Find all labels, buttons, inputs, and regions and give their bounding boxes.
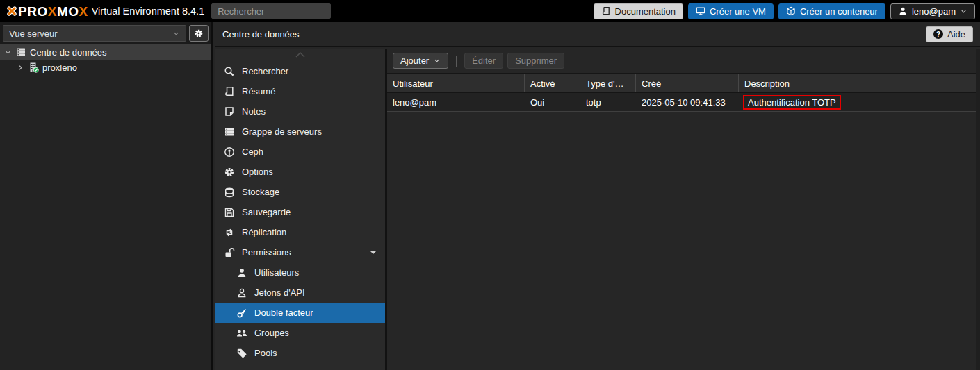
main-panel: Centre de données Aide Rechercher bbox=[215, 22, 980, 370]
menu-item-stockage[interactable]: Stockage bbox=[215, 182, 385, 202]
toolbar-separator bbox=[456, 56, 457, 67]
tree-settings-button[interactable] bbox=[189, 25, 209, 42]
menu-item-label: Sauvegarde bbox=[242, 207, 291, 217]
wordmark-part: X bbox=[48, 4, 57, 19]
datacenter-menu: Rechercher Résumé Notes bbox=[215, 49, 387, 370]
tree-item-datacenter[interactable]: Centre de données bbox=[0, 44, 211, 60]
tree-item-label: proxleno bbox=[42, 62, 77, 73]
create-container-button[interactable]: Créer un conteneur bbox=[778, 3, 885, 19]
cell-active: Oui bbox=[525, 93, 580, 111]
delete-label: Supprimer bbox=[515, 56, 557, 66]
menu-item-label: Résumé bbox=[242, 86, 275, 96]
add-button[interactable]: Ajouter bbox=[393, 53, 448, 69]
wordmark-part: PRO bbox=[18, 4, 48, 19]
column-header-description[interactable]: Description bbox=[739, 74, 976, 92]
book-icon bbox=[601, 6, 611, 16]
replication-arrows-icon bbox=[224, 227, 235, 238]
menu-item-options[interactable]: Options bbox=[215, 162, 385, 182]
menu-item-rechercher[interactable]: Rechercher bbox=[215, 61, 385, 81]
page-title: Centre de données bbox=[222, 29, 300, 40]
search-icon bbox=[224, 66, 235, 77]
expander-down-icon[interactable] bbox=[4, 49, 12, 56]
workspace: Rechercher Résumé Notes bbox=[215, 49, 980, 370]
view-selector-value: Vue serveur bbox=[9, 28, 172, 39]
proxmox-logo: PROXMOX bbox=[7, 5, 88, 18]
column-header-type[interactable]: Type d'… bbox=[580, 74, 636, 92]
gear-icon bbox=[194, 28, 204, 38]
cell-utilisateur: leno@pam bbox=[387, 93, 525, 111]
menu-item-label: Jetons d'API bbox=[254, 287, 305, 298]
menu-item-label: Notes bbox=[242, 106, 266, 117]
user-outline-icon bbox=[236, 287, 247, 298]
tag-icon bbox=[236, 348, 247, 359]
menu-item-double-facteur[interactable]: Double facteur bbox=[215, 303, 385, 323]
column-header-cree[interactable]: Créé bbox=[636, 74, 739, 92]
user-icon bbox=[236, 267, 247, 278]
key-icon bbox=[236, 308, 247, 319]
menu-item-grappe-de-serveurs[interactable]: Grappe de serveurs bbox=[215, 121, 385, 142]
user-icon bbox=[898, 6, 908, 16]
grid-empty-area bbox=[387, 112, 976, 370]
column-label: Créé bbox=[642, 78, 661, 89]
menu-scroll-up[interactable] bbox=[215, 49, 385, 61]
user-label: leno@pam bbox=[912, 6, 956, 17]
collapse-caret-icon[interactable] bbox=[370, 251, 377, 254]
wordmark-part: X bbox=[79, 4, 88, 19]
documentation-label: Documentation bbox=[615, 6, 676, 17]
view-selector[interactable]: Vue serveur bbox=[3, 25, 186, 42]
menu-item-resume[interactable]: Résumé bbox=[215, 81, 385, 101]
menu-item-utilisateurs[interactable]: Utilisateurs bbox=[215, 262, 385, 283]
add-label: Ajouter bbox=[400, 56, 429, 66]
edit-button[interactable]: Éditer bbox=[464, 53, 503, 69]
help-button[interactable]: Aide bbox=[926, 26, 973, 42]
cube-icon bbox=[786, 6, 796, 16]
column-header-utilisateur[interactable]: Utilisateur bbox=[387, 74, 525, 92]
column-label: Activé bbox=[530, 78, 555, 89]
chevron-up-icon bbox=[295, 51, 306, 58]
user-menu-button[interactable]: leno@pam bbox=[890, 3, 975, 19]
menu-item-label: Permissions bbox=[242, 247, 291, 258]
menu-item-groupes[interactable]: Groupes bbox=[215, 323, 385, 343]
tree-item-node-proxleno[interactable]: proxleno bbox=[0, 60, 211, 75]
menu-item-label: Rechercher bbox=[242, 66, 288, 76]
column-label: Description bbox=[744, 78, 790, 89]
create-vm-label: Créer une VM bbox=[710, 6, 766, 17]
menu-item-label: Réplication bbox=[242, 227, 286, 237]
menu-item-pools[interactable]: Pools bbox=[215, 343, 385, 363]
menu-item-ceph[interactable]: Ceph bbox=[215, 142, 385, 162]
backup-floppy-icon bbox=[224, 207, 235, 218]
create-container-label: Créer un conteneur bbox=[800, 6, 878, 17]
menu-item-label: Stockage bbox=[242, 187, 279, 197]
delete-button[interactable]: Supprimer bbox=[507, 53, 564, 69]
menu-item-jetons-api[interactable]: Jetons d'API bbox=[215, 283, 385, 303]
cell-type: totp bbox=[580, 93, 636, 111]
menu-item-label: Groupes bbox=[254, 328, 289, 338]
chevron-down-icon bbox=[960, 8, 967, 15]
menu-item-label: Double facteur bbox=[254, 308, 313, 318]
chevron-down-icon bbox=[172, 30, 180, 37]
menu-item-permissions[interactable]: Permissions bbox=[215, 242, 385, 262]
note-icon bbox=[224, 106, 235, 117]
column-label: Utilisateur bbox=[393, 78, 433, 89]
book-icon bbox=[224, 86, 235, 97]
unlock-icon bbox=[224, 247, 235, 258]
table-row[interactable]: leno@pam Oui totp 2025-05-10 09:41:33 Au… bbox=[387, 93, 976, 112]
proxmox-wordmark: PROXMOX bbox=[18, 5, 88, 18]
create-vm-button[interactable]: Créer une VM bbox=[688, 3, 774, 19]
documentation-button[interactable]: Documentation bbox=[594, 3, 683, 19]
global-search-input[interactable] bbox=[211, 3, 331, 19]
resource-tree: Centre de données proxleno bbox=[0, 44, 211, 75]
server-stack-icon bbox=[224, 126, 235, 137]
table-header-row: Utilisateur Activé Type d'… Créé Descrip… bbox=[387, 74, 976, 93]
menu-item-label: Pools bbox=[254, 348, 277, 358]
content-header: Centre de données Aide bbox=[215, 22, 980, 47]
menu-item-sauvegarde[interactable]: Sauvegarde bbox=[215, 202, 385, 222]
menu-item-replication[interactable]: Réplication bbox=[215, 222, 385, 242]
menu-item-label: Utilisateurs bbox=[254, 267, 299, 278]
expander-right-icon[interactable] bbox=[17, 64, 24, 72]
tree-header: Vue serveur bbox=[0, 22, 211, 44]
column-header-active[interactable]: Activé bbox=[525, 74, 580, 92]
chevron-down-icon bbox=[433, 57, 441, 65]
menu-item-notes[interactable]: Notes bbox=[215, 101, 385, 121]
proxmox-x-icon bbox=[7, 6, 17, 16]
